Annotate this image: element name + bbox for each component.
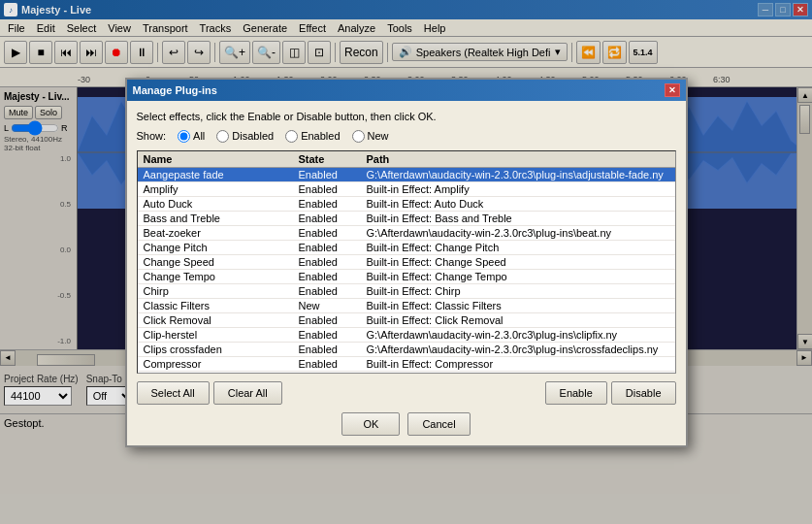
table-row[interactable]: Change TempoEnabledBuilt-in Effect: Chan… bbox=[138, 269, 675, 283]
plugin-path-0: G:\Afterdawn\audacity-win-2.3.0rc3\plug-… bbox=[361, 167, 675, 181]
plugin-state-7: Enabled bbox=[293, 269, 361, 283]
modal-instruction: Select effects, click the Enable or Disa… bbox=[137, 111, 676, 122]
plugin-state-4: Enabled bbox=[293, 225, 361, 240]
plugin-state-12: Enabled bbox=[293, 342, 361, 356]
show-all-label[interactable]: All bbox=[178, 130, 205, 143]
table-row[interactable]: Clips crossfadenEnabledG:\Afterdawn\auda… bbox=[138, 342, 675, 356]
modal-footer: OK Cancel bbox=[137, 412, 676, 436]
plugin-name-3: Bass and Treble bbox=[138, 211, 293, 225]
show-new-radio[interactable] bbox=[352, 130, 365, 143]
modal-btn-row: Select All Clear All Enable Disable bbox=[137, 381, 676, 405]
plugin-name-2: Auto Duck bbox=[138, 196, 293, 211]
modal-title-bar: Manage Plug-ins ✕ bbox=[127, 80, 686, 101]
plugin-path-3: Built-in Effect: Bass and Treble bbox=[361, 211, 675, 225]
ok-button[interactable]: OK bbox=[341, 412, 400, 436]
plugin-name-12: Clips crossfaden bbox=[138, 342, 293, 356]
cancel-button[interactable]: Cancel bbox=[407, 412, 470, 436]
col-state-header: State bbox=[293, 151, 361, 168]
show-new-label[interactable]: New bbox=[352, 130, 389, 143]
table-row[interactable]: Beat-zoekerEnabledG:\Afterdawn\audacity-… bbox=[138, 225, 675, 240]
select-all-button[interactable]: Select All bbox=[137, 381, 210, 405]
table-row[interactable]: Change SpeedEnabledBuilt-in Effect: Chan… bbox=[138, 254, 675, 269]
plugin-name-6: Change Speed bbox=[138, 254, 293, 269]
show-enabled-radio[interactable] bbox=[285, 130, 298, 143]
plugin-path-11: G:\Afterdawn\audacity-win-2.3.0rc3\plug-… bbox=[361, 327, 675, 342]
modal-btn-left: Select All Clear All bbox=[137, 381, 282, 405]
plugins-table: Name State Path Aangepaste fadeEnabledG:… bbox=[138, 151, 675, 374]
table-row[interactable]: CompressorEnabledBuilt-in Effect: Compre… bbox=[138, 356, 675, 371]
plugin-path-13: Built-in Effect: Compressor bbox=[361, 356, 675, 371]
show-all-radio[interactable] bbox=[178, 130, 190, 143]
modal-overlay: Manage Plug-ins ✕ Select effects, click … bbox=[0, 0, 812, 524]
plugin-path-4: G:\Afterdawn\audacity-win-2.3.0rc3\plug-… bbox=[361, 225, 675, 240]
col-name-header: Name bbox=[138, 151, 293, 168]
table-row[interactable]: Click RemovalEnabledBuilt-in Effect: Cli… bbox=[138, 312, 675, 327]
plugin-name-14: DTMF Tones bbox=[138, 371, 293, 374]
enable-button[interactable]: Enable bbox=[545, 381, 607, 405]
plugin-name-4: Beat-zoeker bbox=[138, 225, 293, 240]
disable-button[interactable]: Disable bbox=[611, 381, 676, 405]
plugin-path-12: G:\Afterdawn\audacity-win-2.3.0rc3\plug-… bbox=[361, 342, 675, 356]
plugin-name-1: Amplify bbox=[138, 181, 293, 196]
plugins-tbody: Aangepaste fadeEnabledG:\Afterdawn\audac… bbox=[138, 167, 675, 374]
table-row[interactable]: Auto DuckEnabledBuilt-in Effect: Auto Du… bbox=[138, 196, 675, 211]
show-label: Show: bbox=[137, 130, 167, 142]
table-row[interactable]: DTMF TonesEnabledBuilt-in Effect: DTMF T… bbox=[138, 371, 675, 374]
plugin-state-9: New bbox=[293, 298, 361, 312]
table-row[interactable]: Classic FiltersNewBuilt-in Effect: Class… bbox=[138, 298, 675, 312]
plugin-name-11: Clip-herstel bbox=[138, 327, 293, 342]
table-row[interactable]: AmplifyEnabledBuilt-in Effect: Amplify bbox=[138, 181, 675, 196]
modal-close-button[interactable]: ✕ bbox=[665, 83, 680, 97]
show-enabled-label[interactable]: Enabled bbox=[285, 130, 340, 143]
plugin-name-7: Change Tempo bbox=[138, 269, 293, 283]
table-row[interactable]: Bass and TrebleEnabledBuilt-in Effect: B… bbox=[138, 211, 675, 225]
col-path-header: Path bbox=[361, 151, 675, 168]
plugin-state-5: Enabled bbox=[293, 240, 361, 254]
plugin-path-8: Built-in Effect: Chirp bbox=[361, 283, 675, 298]
show-disabled-label[interactable]: Disabled bbox=[216, 130, 274, 143]
plugin-path-7: Built-in Effect: Change Tempo bbox=[361, 269, 675, 283]
table-row[interactable]: Change PitchEnabledBuilt-in Effect: Chan… bbox=[138, 240, 675, 254]
plugin-path-2: Built-in Effect: Auto Duck bbox=[361, 196, 675, 211]
clear-all-button[interactable]: Clear All bbox=[213, 381, 282, 405]
modal-body: Select effects, click the Enable or Disa… bbox=[127, 101, 686, 445]
plugin-state-1: Enabled bbox=[293, 181, 361, 196]
table-header-row: Name State Path bbox=[138, 151, 675, 168]
plugin-state-2: Enabled bbox=[293, 196, 361, 211]
plugin-path-10: Built-in Effect: Click Removal bbox=[361, 312, 675, 327]
plugins-table-container[interactable]: Name State Path Aangepaste fadeEnabledG:… bbox=[137, 150, 676, 374]
show-disabled-radio[interactable] bbox=[216, 130, 229, 143]
plugin-path-9: Built-in Effect: Classic Filters bbox=[361, 298, 675, 312]
manage-plugins-dialog: Manage Plug-ins ✕ Select effects, click … bbox=[125, 78, 688, 447]
plugin-name-8: Chirp bbox=[138, 283, 293, 298]
plugin-name-13: Compressor bbox=[138, 356, 293, 371]
plugin-path-5: Built-in Effect: Change Pitch bbox=[361, 240, 675, 254]
modal-title: Manage Plug-ins bbox=[133, 84, 217, 96]
plugin-path-14: Built-in Effect: DTMF Tones bbox=[361, 371, 675, 374]
plugin-name-9: Classic Filters bbox=[138, 298, 293, 312]
plugin-state-6: Enabled bbox=[293, 254, 361, 269]
modal-show-row: Show: All Disabled Enabled New bbox=[137, 130, 676, 143]
plugin-state-8: Enabled bbox=[293, 283, 361, 298]
plugin-name-0: Aangepaste fade bbox=[138, 167, 293, 181]
plugin-state-3: Enabled bbox=[293, 211, 361, 225]
table-row[interactable]: Clip-herstelEnabledG:\Afterdawn\audacity… bbox=[138, 327, 675, 342]
plugin-path-6: Built-in Effect: Change Speed bbox=[361, 254, 675, 269]
table-row[interactable]: ChirpEnabledBuilt-in Effect: Chirp bbox=[138, 283, 675, 298]
plugin-name-10: Click Removal bbox=[138, 312, 293, 327]
plugin-path-1: Built-in Effect: Amplify bbox=[361, 181, 675, 196]
plugin-name-5: Change Pitch bbox=[138, 240, 293, 254]
plugin-state-10: Enabled bbox=[293, 312, 361, 327]
plugin-state-11: Enabled bbox=[293, 327, 361, 342]
table-row[interactable]: Aangepaste fadeEnabledG:\Afterdawn\audac… bbox=[138, 167, 675, 181]
modal-btn-right: Enable Disable bbox=[545, 381, 676, 405]
plugin-state-14: Enabled bbox=[293, 371, 361, 374]
plugin-state-13: Enabled bbox=[293, 356, 361, 371]
plugin-state-0: Enabled bbox=[293, 167, 361, 181]
